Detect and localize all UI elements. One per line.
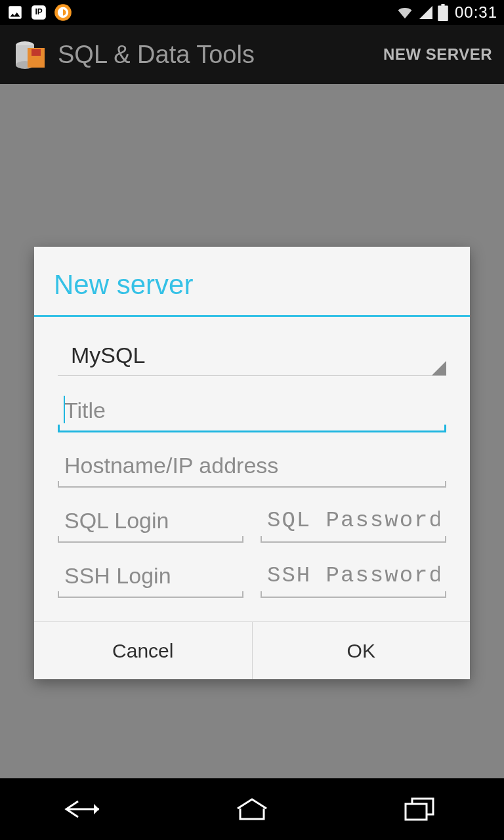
svg-rect-4 [441, 4, 444, 7]
content-scrim: New server MySQL [0, 84, 504, 778]
dialog-buttons: Cancel OK [34, 621, 470, 679]
svg-text:IP: IP [35, 7, 42, 16]
text-cursor [64, 396, 65, 423]
app-icon [12, 36, 49, 73]
db-type-value: MySQL [71, 343, 145, 368]
dialog-title: New server [54, 269, 450, 301]
ssh-password-field[interactable] [261, 559, 446, 592]
host-field[interactable] [58, 449, 446, 482]
status-right: 00:31 [396, 3, 497, 22]
ok-button[interactable]: OK [252, 622, 471, 679]
ip-phone-icon: IP [30, 4, 47, 21]
ssh-password-field-wrap [261, 553, 446, 598]
title-field[interactable] [58, 394, 446, 427]
svg-rect-9 [32, 49, 41, 56]
new-server-button[interactable]: NEW SERVER [383, 45, 492, 64]
ssh-login-field[interactable] [58, 559, 243, 593]
sql-password-field[interactable] [261, 504, 446, 537]
recent-apps-button[interactable] [381, 793, 459, 826]
wifi-icon [396, 5, 414, 20]
app-bar: SQL & Data Tools NEW SERVER [0, 25, 504, 84]
dialog-header: New server [34, 247, 470, 315]
status-bar: IP 00:31 [0, 0, 504, 25]
home-button[interactable] [213, 793, 291, 826]
back-button[interactable] [45, 793, 123, 826]
app-notification-icon [54, 3, 72, 22]
sql-login-field[interactable] [58, 504, 243, 537]
sql-login-field-wrap [58, 498, 243, 543]
dialog-body: MySQL [34, 317, 470, 621]
status-left: IP [7, 3, 72, 22]
new-server-dialog: New server MySQL [34, 247, 470, 679]
svg-rect-3 [438, 6, 448, 21]
image-icon [7, 4, 24, 21]
host-field-wrap [58, 443, 446, 488]
nav-bar [0, 778, 504, 840]
signal-icon [418, 5, 434, 20]
battery-icon [438, 4, 448, 21]
title-field-wrap [58, 388, 446, 432]
db-type-spinner[interactable]: MySQL [58, 335, 446, 376]
sql-password-field-wrap [261, 498, 446, 543]
dropdown-icon [432, 361, 446, 375]
app-title: SQL & Data Tools [58, 41, 255, 69]
cancel-button[interactable]: Cancel [34, 622, 252, 679]
ssh-login-field-wrap [58, 553, 243, 598]
clock: 00:31 [455, 3, 497, 22]
svg-rect-10 [406, 804, 427, 820]
